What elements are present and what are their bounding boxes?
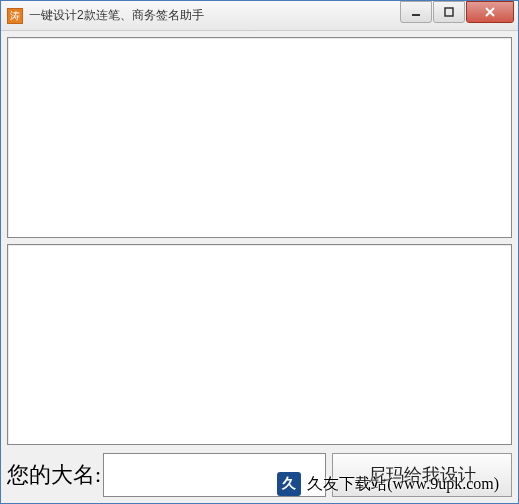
close-button[interactable] [466, 1, 514, 23]
maximize-button[interactable] [433, 1, 465, 23]
name-input[interactable] [103, 453, 326, 497]
window-title: 一键设计2款连笔、商务签名助手 [29, 7, 400, 24]
input-row: 您的大名: 尼玛给我设计 [7, 453, 512, 497]
client-area: 您的大名: 尼玛给我设计 [1, 31, 518, 503]
signature-panel-top [7, 37, 512, 238]
svg-rect-0 [412, 14, 420, 16]
svg-rect-1 [445, 8, 453, 16]
minimize-icon [410, 7, 422, 17]
design-button[interactable]: 尼玛给我设计 [332, 453, 512, 497]
close-icon [484, 7, 496, 17]
signature-panel-bottom [7, 244, 512, 445]
app-window: 涛 一键设计2款连笔、商务签名助手 您的大名: 尼玛给我设计 [0, 0, 519, 504]
name-label: 您的大名: [7, 453, 103, 497]
maximize-icon [443, 7, 455, 17]
window-controls [400, 1, 518, 30]
titlebar[interactable]: 涛 一键设计2款连笔、商务签名助手 [1, 1, 518, 31]
app-icon: 涛 [7, 8, 23, 24]
minimize-button[interactable] [400, 1, 432, 23]
